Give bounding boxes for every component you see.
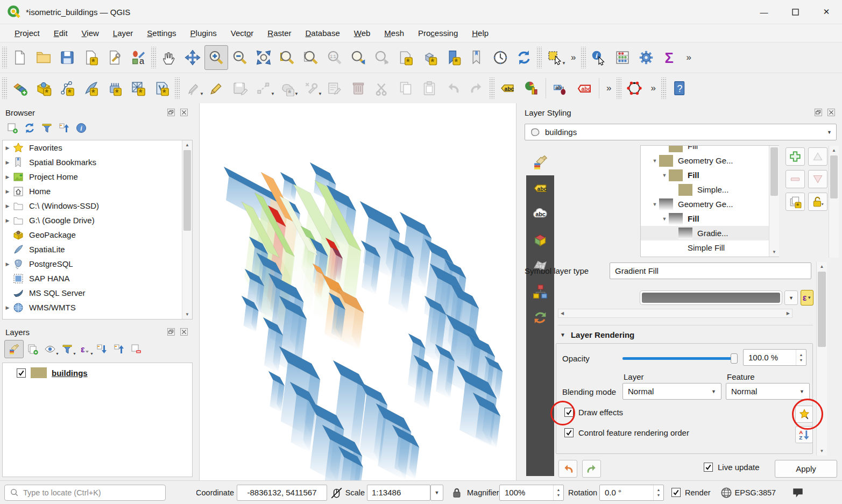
zoom-last-button[interactable]	[346, 45, 370, 70]
menu-view[interactable]: View	[75, 26, 106, 40]
symbol-tree-item[interactable]: Fill	[641, 145, 779, 153]
pin-unpin-labels-button[interactable]: ab	[549, 76, 572, 101]
toolbar-handle[interactable]	[175, 77, 180, 99]
filter-browser-button[interactable]	[39, 120, 55, 136]
collapse-all-button[interactable]	[111, 342, 127, 357]
toolbar-overflow-button[interactable]: »	[602, 83, 615, 94]
add-selected-layers-button[interactable]	[4, 120, 20, 136]
new-3d-map-view-button[interactable]: *	[418, 45, 441, 70]
symbol-tree-item[interactable]: ▼Fill	[641, 211, 779, 226]
menu-mesh[interactable]: Mesh	[377, 26, 411, 40]
feature-blend-select[interactable]: Normal▼	[726, 383, 810, 400]
minimize-button[interactable]: —	[748, 0, 780, 24]
toolbar-handle[interactable]	[617, 77, 621, 99]
styling-layer-select[interactable]: buildings ▼	[525, 124, 837, 140]
new-spatial-bookmark-button[interactable]: *	[441, 45, 465, 70]
new-virtual-layer-button[interactable]: *	[150, 76, 174, 101]
map-canvas[interactable]	[199, 103, 516, 480]
toolbar-handle[interactable]	[151, 47, 156, 68]
add-group-button[interactable]	[25, 342, 41, 357]
new-temporary-scratch-layer-button[interactable]: *	[103, 76, 126, 101]
toggle-editing-button[interactable]	[204, 76, 228, 101]
maximize-button[interactable]	[780, 0, 811, 24]
manage-map-themes-button[interactable]: ▼	[42, 342, 58, 357]
symbol-tree-item[interactable]: ▼Fill	[641, 168, 779, 182]
symbol-tree-item[interactable]: Simple...	[641, 182, 779, 197]
messages-icon[interactable]	[791, 486, 805, 500]
processing-toolbox-button[interactable]	[634, 45, 658, 70]
show-layout-manager-button[interactable]	[103, 45, 126, 70]
statistical-summary-button[interactable]	[611, 45, 634, 70]
float-panel-icon[interactable]	[166, 108, 176, 117]
lock-scale-icon[interactable]	[450, 486, 464, 500]
temporal-controller-button[interactable]	[489, 45, 512, 70]
zoom-out-button[interactable]	[228, 45, 252, 70]
opacity-spinbox[interactable]: 100.0 % ▲▼	[743, 349, 806, 366]
styling-tab-mask[interactable]: abc	[526, 201, 554, 227]
toolbar-overflow-button[interactable]: »	[682, 52, 695, 63]
filter-by-expression-button[interactable]: ε▼	[76, 342, 93, 357]
remove-layer-button[interactable]	[128, 342, 144, 357]
toolbar-handle[interactable]	[661, 77, 666, 99]
open-layer-styling-panel-button[interactable]	[4, 340, 24, 358]
show-sum-statistics-button[interactable]: Σ	[658, 45, 682, 70]
menu-layer[interactable]: Layer	[106, 26, 140, 40]
new-map-view-button[interactable]: *	[394, 45, 418, 70]
styling-tab-labels[interactable]: abc	[526, 175, 554, 201]
menu-web[interactable]: Web	[347, 26, 378, 40]
identify-features-button[interactable]: i	[587, 45, 611, 70]
layer-labeling-options-button[interactable]: abc	[496, 76, 519, 101]
expand-all-button[interactable]	[94, 342, 110, 357]
browser-item-home[interactable]: ▶Home	[3, 184, 192, 198]
opacity-slider[interactable]	[622, 352, 737, 364]
menu-project[interactable]: Project	[8, 26, 47, 40]
close-button[interactable]: ✕	[811, 0, 842, 24]
layer-blend-select[interactable]: Normal▼	[622, 383, 721, 400]
browser-item-postgresql[interactable]: ▶PostgreSQL	[3, 257, 192, 271]
data-source-manager-button[interactable]	[8, 76, 32, 101]
open-project-button[interactable]	[32, 45, 55, 70]
styling-scrollbar-top[interactable]: ▲	[829, 146, 839, 258]
new-shapefile-layer-button[interactable]: *	[55, 76, 79, 101]
browser-item-g-google-drive-[interactable]: ▶G:\ (Google Drive)	[3, 213, 192, 228]
browser-item-favorites[interactable]: ▶Favorites	[3, 140, 192, 155]
rendering-order-button[interactable]: AZ	[795, 426, 813, 443]
browser-item-spatial-bookmarks[interactable]: ▶Spatial Bookmarks	[3, 155, 192, 169]
menu-vector[interactable]: Vector	[224, 26, 261, 40]
gradient-dropdown-button[interactable]: ▼	[784, 290, 798, 305]
float-panel-icon[interactable]	[166, 327, 176, 337]
scale-select[interactable]: 1:13486	[367, 485, 430, 501]
pan-map-button[interactable]	[157, 45, 181, 70]
extents-toggle-icon[interactable]	[329, 486, 343, 500]
data-defined-override-button[interactable]: ε▼	[801, 290, 813, 306]
undo-style-button[interactable]	[558, 460, 577, 478]
symbol-layer-type-select[interactable]: Gradient Fill	[610, 262, 811, 279]
scroll-up-icon[interactable]: ▲	[182, 140, 192, 150]
float-panel-icon[interactable]	[813, 108, 824, 117]
live-update-checkbox[interactable]	[704, 463, 713, 472]
toolbar-overflow-button[interactable]: »	[567, 52, 580, 63]
render-checkbox[interactable]	[671, 488, 681, 497]
symbol-tree-scrollbar[interactable]: ▼	[769, 146, 779, 257]
refresh-button[interactable]	[512, 45, 536, 70]
toolbar-handle[interactable]	[2, 77, 7, 99]
styling-tab-style-manager[interactable]	[526, 279, 554, 304]
menu-processing[interactable]: Processing	[411, 26, 465, 40]
scroll-down-icon[interactable]: ▼	[182, 310, 192, 319]
magnifier-spinbox[interactable]: 100%▲▼	[499, 485, 564, 501]
toolbar-overflow-button[interactable]: »	[646, 83, 660, 94]
symbol-tree-item[interactable]: ▼Geometry Ge...	[641, 197, 779, 211]
browser-item-spatialite[interactable]: SpatiaLite	[3, 242, 192, 257]
browser-item-c-windows-ssd-[interactable]: ▶C:\ (Windows-SSD)	[3, 198, 192, 213]
browser-item-wms-wmts[interactable]: ▶WMS/WMTS	[3, 300, 192, 315]
symbol-tree-item[interactable]: Simple Fill	[641, 240, 779, 255]
symbol-tree-item[interactable]: ▼Geometry Ge...	[641, 153, 779, 168]
save-project-button[interactable]	[55, 45, 79, 70]
scale-dropdown-button[interactable]: ▼	[430, 485, 443, 501]
layer-visibility-checkbox[interactable]	[17, 368, 26, 378]
new-mesh-layer-button[interactable]: *	[126, 76, 150, 101]
zoom-in-button[interactable]	[204, 45, 228, 70]
symbol-tree[interactable]: Fill▼Geometry Ge...▼FillSimple...▼Geomet…	[640, 145, 779, 257]
layer-rendering-header[interactable]: ▼ Layer Rendering	[560, 328, 634, 341]
styling-hscrollbar[interactable]: ◀▶	[558, 309, 793, 318]
